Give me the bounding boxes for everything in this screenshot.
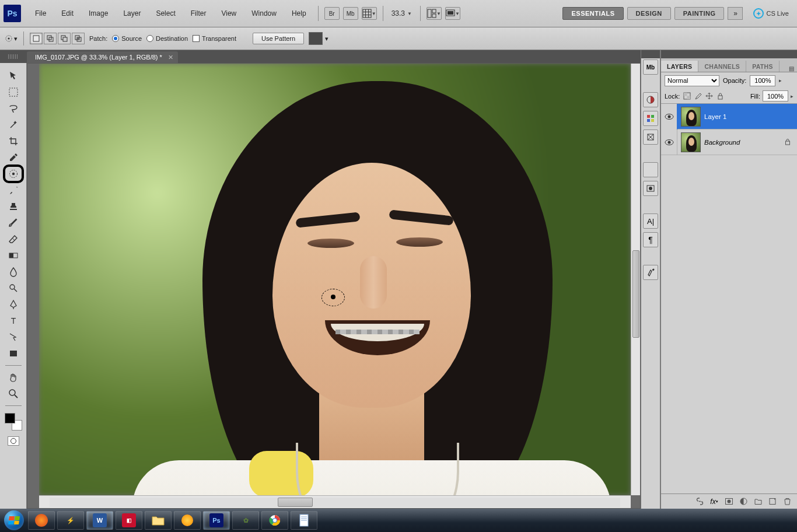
screen-mode-button[interactable]: ▼ [445,7,460,20]
layer-group-button[interactable] [751,496,764,508]
workspace-design[interactable]: DESIGN [627,7,671,20]
selection-add-button[interactable] [44,33,57,44]
hand-tool[interactable] [5,370,22,384]
menu-view[interactable]: View [214,7,243,20]
pattern-swatch[interactable] [309,32,323,45]
taskbar-word[interactable]: W [86,511,113,530]
tab-layers[interactable]: LAYERS [661,61,698,72]
layer-visibility-toggle[interactable] [661,130,677,155]
swatches-panel-icon[interactable] [643,111,658,126]
menu-image[interactable]: Image [82,7,115,20]
vertical-scrollbar[interactable] [631,64,640,495]
color-panel-icon[interactable] [643,92,658,107]
type-tool[interactable]: T [5,314,22,328]
foreground-color[interactable] [5,413,15,424]
pen-tool[interactable] [5,298,22,312]
fill-input[interactable]: 100% [763,90,788,102]
stamp-tool[interactable] [5,200,22,214]
menu-file[interactable]: File [28,7,53,20]
menu-layer[interactable]: Layer [116,7,148,20]
menu-filter[interactable]: Filter [184,7,214,20]
minibridge-panel-icon[interactable]: Mb [643,60,658,75]
patch-destination-radio[interactable]: Destination [146,35,188,42]
taskbar-explorer[interactable] [145,511,172,530]
wand-tool[interactable] [5,118,22,132]
blur-tool[interactable] [5,265,22,279]
zoom-tool[interactable] [5,387,22,401]
path-tool[interactable] [5,330,22,344]
color-swatches[interactable] [5,413,22,430]
menu-window[interactable]: Window [244,7,284,20]
eraser-tool[interactable] [5,232,22,246]
launch-minibridge-button[interactable]: Mb [343,7,358,20]
layer-mask-button[interactable] [722,496,735,508]
lock-pixels-button[interactable] [693,92,702,101]
paragraph-panel-icon[interactable]: ¶ [643,232,658,247]
brush-tool[interactable] [5,183,22,197]
character-panel-icon[interactable]: A| [643,214,658,229]
workspace-painting[interactable]: PAINTING [674,7,725,20]
gradient-tool[interactable] [5,249,22,262]
selection-subtract-button[interactable] [58,33,71,44]
history-brush-tool[interactable] [5,216,22,230]
crop-tool[interactable] [5,134,22,148]
taskbar-app3[interactable]: ✿ [232,511,259,530]
zoom-level-dropdown[interactable]: 33.3▼ [388,9,415,18]
selection-intersect-button[interactable] [72,33,85,44]
tools-preset-icon[interactable] [643,265,658,280]
blend-mode-select[interactable]: Normal [665,75,719,86]
marquee-tool[interactable] [5,85,22,99]
masks-panel-icon[interactable] [643,181,658,196]
view-extras-button[interactable]: ▼ [362,7,377,20]
use-pattern-button[interactable]: Use Pattern [253,33,304,44]
taskbar-photoshop[interactable]: Ps [203,511,230,530]
layer-name[interactable]: Background [704,139,740,146]
document-canvas[interactable] [39,64,631,495]
link-layers-button[interactable] [693,496,706,508]
taskbar-winamp[interactable]: ⚡ [57,511,84,530]
lock-all-button[interactable] [715,92,725,101]
eyedropper-tool[interactable] [5,150,22,164]
arrange-documents-button[interactable]: ▼ [427,7,442,20]
transparent-checkbox[interactable]: Transparent [193,35,236,42]
quickmask-button[interactable] [8,436,19,446]
taskbar-chrome[interactable] [261,511,288,530]
toolbox-grip[interactable] [0,50,27,63]
layer-row[interactable]: Background [661,130,797,155]
taskbar-notepad[interactable] [291,511,317,530]
panel-menu-button[interactable]: ▤ [785,65,797,72]
patch-source-radio[interactable]: Source [112,35,142,42]
horizontal-scrollbar[interactable] [39,495,631,508]
move-tool[interactable] [5,69,22,83]
styles-panel-icon[interactable] [643,130,658,145]
delete-layer-button[interactable] [781,496,793,508]
taskbar-app2[interactable] [174,511,201,530]
taskbar-firefox[interactable] [28,511,55,530]
menu-help[interactable]: Help [285,7,313,20]
shape-tool[interactable] [5,346,22,360]
dodge-tool[interactable] [5,281,22,295]
launch-bridge-button[interactable]: Br [324,7,340,20]
tab-channels[interactable]: CHANNELS [698,61,746,72]
cs-live-button[interactable]: ✦ CS Live [749,8,793,19]
close-icon[interactable]: ✕ [168,54,173,61]
adjustment-layer-button[interactable] [737,496,750,508]
selection-new-button[interactable] [30,33,43,44]
new-layer-button[interactable] [766,496,779,508]
layer-name[interactable]: Layer 1 [704,113,726,120]
menu-edit[interactable]: Edit [54,7,81,20]
lock-transparent-button[interactable] [682,92,691,101]
layer-style-button[interactable]: fx▾ [708,496,721,508]
menu-select[interactable]: Select [149,7,182,20]
layer-thumbnail[interactable] [681,132,701,152]
current-tool-icon[interactable]: ▾ [5,32,18,45]
taskbar-app1[interactable]: ◧ [116,511,142,530]
document-tab[interactable]: IMG_0107.JPG @ 33.3% (Layer 1, RGB/8) * … [27,51,178,63]
layer-row[interactable]: Layer 1 [661,104,797,130]
start-button[interactable] [2,509,26,532]
healing-brush-tool[interactable] [5,167,22,181]
tab-paths[interactable]: PATHS [746,61,779,72]
opacity-input[interactable]: 100% [750,75,775,86]
lock-position-button[interactable] [704,92,714,101]
workspace-more-button[interactable]: » [728,7,743,20]
